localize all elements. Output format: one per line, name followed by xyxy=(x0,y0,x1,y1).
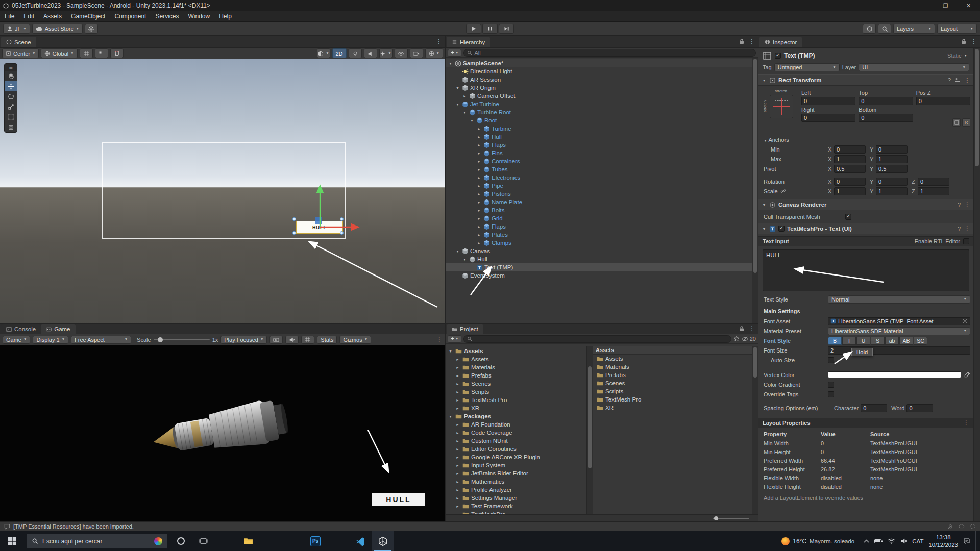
shading-mode-dropdown[interactable]: ▼ xyxy=(317,48,330,58)
scale-slider[interactable] xyxy=(154,339,210,340)
layout-properties-header[interactable]: Layout Properties ⋮ xyxy=(758,418,973,428)
foldout-arrow[interactable]: ► xyxy=(455,390,460,394)
tab-hierarchy[interactable]: Hierarchy xyxy=(447,37,490,47)
show-desktop-button[interactable] xyxy=(975,531,978,551)
hierarchy-item-tubes[interactable]: ►Tubes xyxy=(446,165,758,173)
tag-dropdown[interactable]: Untagged▼ xyxy=(774,63,840,71)
project-folder-ar-foundation[interactable]: ►AR Foundation xyxy=(446,420,592,429)
taskbar-app-cortana[interactable] xyxy=(169,531,192,551)
background-activity-icon[interactable] xyxy=(970,523,976,530)
foldout-arrow[interactable]: ▼ xyxy=(448,62,453,65)
hierarchy-item-flaps[interactable]: ►Flaps xyxy=(446,141,758,149)
lock-icon[interactable] xyxy=(739,39,744,44)
tab-game[interactable]: Game xyxy=(41,324,75,334)
foldout-arrow[interactable]: ► xyxy=(476,152,482,155)
lock-icon[interactable] xyxy=(739,326,744,332)
hierarchy-item-text-tmp[interactable]: Text (TMP) xyxy=(446,263,758,271)
foldout-arrow[interactable]: ▼ xyxy=(462,258,468,261)
taskbar-app-photoshop[interactable]: Ps xyxy=(304,531,327,551)
scale-tool-button[interactable] xyxy=(5,102,17,112)
tab-inspector[interactable]: Inspector xyxy=(760,37,802,47)
blueprint-mode-button[interactable] xyxy=(952,118,961,127)
project-folder-code-coverage[interactable]: ►Code Coverage xyxy=(446,429,592,437)
menu-gameobject[interactable]: GameObject xyxy=(66,11,110,21)
project-folder-profile-analyzer[interactable]: ►Profile Analyzer xyxy=(446,486,592,494)
foldout-arrow[interactable]: ► xyxy=(455,423,460,427)
canvas-renderer-header[interactable]: ▼ Canvas Renderer ?⋮ xyxy=(758,199,973,210)
anchors-foldout[interactable]: Anchors xyxy=(768,137,789,143)
help-icon[interactable]: ? xyxy=(958,226,961,232)
aspect-dropdown[interactable]: Free Aspect▼ xyxy=(71,336,131,344)
foldout-arrow[interactable]: ► xyxy=(476,209,482,212)
battery-icon[interactable] xyxy=(874,539,883,544)
foldout-arrow[interactable]: ► xyxy=(476,160,482,163)
hidden-items-indicator[interactable]: 20 xyxy=(742,336,756,342)
taskbar-app-task-view[interactable] xyxy=(192,531,214,551)
view-tool-button[interactable] xyxy=(5,71,17,81)
taskbar-app-vscode[interactable] xyxy=(349,531,372,551)
foldout-arrow[interactable]: ► xyxy=(476,217,482,220)
account-dropdown[interactable]: JF▼ xyxy=(3,24,30,34)
link-icon[interactable] xyxy=(780,188,786,194)
asset-store-dropdown[interactable]: Asset Store▼ xyxy=(32,24,83,34)
rect-handle[interactable] xyxy=(292,231,296,235)
hierarchy-item-containers[interactable]: ►Containers xyxy=(446,157,758,165)
scale-z-field[interactable]: 1 xyxy=(918,187,949,195)
override-tags-checkbox[interactable] xyxy=(828,391,834,397)
step-button[interactable] xyxy=(499,24,514,34)
rotation-y-field[interactable]: 0 xyxy=(876,178,908,186)
lock-icon[interactable] xyxy=(961,39,966,44)
component-menu-icon[interactable]: ⋮ xyxy=(964,202,970,208)
foldout-arrow[interactable]: ► xyxy=(455,447,460,451)
project-folder-scenes[interactable]: ►Scenes xyxy=(446,380,592,388)
scene-panel-menu-icon[interactable]: ⋮ xyxy=(436,38,442,44)
menu-services[interactable]: Services xyxy=(151,11,183,21)
search-everything-button[interactable] xyxy=(878,24,891,34)
vertex-color-field[interactable] xyxy=(828,371,961,378)
hierarchy-item-pistons[interactable]: ►Pistons xyxy=(446,190,758,198)
font-style-ab-button[interactable]: ab xyxy=(885,337,899,345)
object-picker-icon[interactable] xyxy=(962,318,968,324)
foldout-arrow[interactable]: ► xyxy=(455,374,460,378)
hierarchy-item-camera-offset[interactable]: ►Camera Offset xyxy=(446,92,758,100)
undo-history-button[interactable] xyxy=(863,24,876,34)
project-folder-materials[interactable]: ►Materials xyxy=(446,363,592,371)
hierarchy-item-hull[interactable]: ▼Hull xyxy=(446,255,758,263)
screenshot-button[interactable] xyxy=(270,336,283,344)
rtl-checkbox[interactable] xyxy=(963,238,969,244)
game-gizmos-dropdown[interactable]: Gizmos▼ xyxy=(339,336,371,344)
project-folder-packages[interactable]: ▼Packages xyxy=(446,412,592,420)
project-tree-scrollbar[interactable] xyxy=(586,346,593,514)
layout-dropdown[interactable]: Layout▼ xyxy=(937,24,977,34)
foldout-arrow[interactable]: ▼ xyxy=(462,111,468,114)
component-menu-icon[interactable]: ⋮ xyxy=(964,226,970,232)
foldout-arrow[interactable]: ► xyxy=(476,233,482,237)
foldout-arrow[interactable]: ► xyxy=(455,456,460,459)
font-style-s-button[interactable]: S xyxy=(871,337,885,345)
clock[interactable]: 13:38 10/12/2023 xyxy=(928,534,958,548)
hierarchy-item-name-plate[interactable]: ►Name Plate xyxy=(446,198,758,206)
left-field[interactable]: 0 xyxy=(801,97,855,105)
foldout-arrow[interactable]: ► xyxy=(476,192,482,196)
font-style-u-button[interactable]: U xyxy=(856,337,870,345)
taskbar-app-chrome-profile-2[interactable] xyxy=(327,531,349,551)
tab-console[interactable]: Console xyxy=(1,324,41,334)
project-search-input[interactable] xyxy=(463,335,731,343)
rect-handle[interactable] xyxy=(292,217,296,221)
rect-handle[interactable] xyxy=(340,217,344,221)
layer-dropdown[interactable]: UI▼ xyxy=(859,63,969,71)
snap-settings-button[interactable] xyxy=(95,48,108,58)
taskbar-search-input[interactable]: Escriu aquí per cercar xyxy=(27,534,167,548)
hierarchy-item-canvas[interactable]: ▼Canvas xyxy=(446,247,758,255)
component-enabled-checkbox[interactable] xyxy=(778,226,785,232)
project-item-assets[interactable]: Assets xyxy=(593,355,758,363)
project-folder-custom-nunit[interactable]: ►Custom NUnit xyxy=(446,437,592,445)
menu-help[interactable]: Help xyxy=(214,11,236,21)
camera-settings-dropdown[interactable] xyxy=(410,48,423,58)
static-dropdown[interactable]: Static▼ xyxy=(947,53,969,59)
project-folder-google-arcore-xr-plugin[interactable]: ►Google ARCore XR Plugin xyxy=(446,453,592,461)
pivot-x-field[interactable]: 0.5 xyxy=(834,165,866,173)
material-preset-dropdown[interactable]: LiberationSans SDF Material▼ xyxy=(828,327,970,335)
foldout-arrow[interactable]: ► xyxy=(455,407,460,410)
scene-viewport[interactable]: ☰ HULL xyxy=(0,59,445,323)
